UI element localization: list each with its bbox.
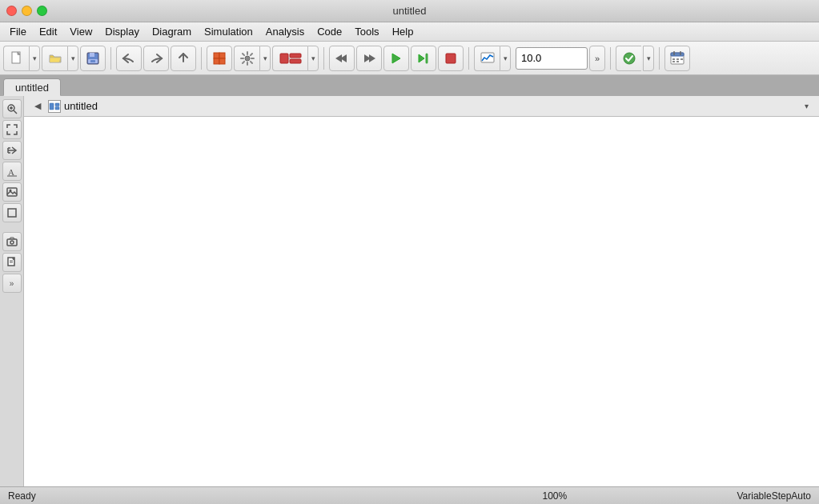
more-tools-button[interactable]: » <box>2 274 22 293</box>
model-settings-dropdown: ▾ <box>272 46 319 71</box>
separator-2 <box>201 47 202 70</box>
canvas-wrapper: ◀ untitled ▾ <box>24 96 819 486</box>
svg-rect-7 <box>214 53 219 58</box>
camera-tool-button[interactable] <box>2 232 22 251</box>
settings-dropdown-arrow[interactable]: ▾ <box>259 46 271 71</box>
svg-rect-4 <box>90 53 94 57</box>
svg-rect-12 <box>280 54 288 63</box>
model-icon <box>48 100 61 113</box>
title-bar: untitled <box>0 0 819 22</box>
status-solver: VariableStepAuto <box>737 490 812 502</box>
tab-untitled[interactable]: untitled <box>3 78 61 96</box>
window-controls <box>6 6 47 16</box>
separator-5 <box>610 47 611 70</box>
model-settings-dropdown-arrow[interactable]: ▾ <box>307 46 319 71</box>
navigate-up-button[interactable] <box>171 46 196 71</box>
stop-button[interactable] <box>438 46 464 71</box>
svg-line-36 <box>14 110 17 114</box>
menu-simulation[interactable]: Simulation <box>198 24 259 39</box>
svg-rect-10 <box>219 58 225 64</box>
fit-tool-button[interactable] <box>2 120 22 139</box>
status-bar: Ready 100% VariableStepAuto <box>0 486 819 504</box>
undo-button[interactable] <box>116 46 142 71</box>
svg-rect-33 <box>672 61 675 62</box>
menu-view[interactable]: View <box>63 24 98 39</box>
open-button[interactable] <box>42 46 67 71</box>
toolbar: ▾ ▾ <box>0 42 819 75</box>
minimize-button[interactable] <box>22 6 32 16</box>
chart-button[interactable] <box>474 46 500 71</box>
menu-help[interactable]: Help <box>386 24 420 39</box>
arrow-tool-button[interactable] <box>2 141 22 160</box>
redo-button[interactable] <box>143 46 169 71</box>
menu-edit[interactable]: Edit <box>33 24 63 39</box>
step-button[interactable] <box>411 46 436 71</box>
rect-tool-button[interactable] <box>2 203 22 222</box>
zoom-tool-button[interactable] <box>2 99 22 118</box>
text-tool-button[interactable]: A <box>2 162 22 181</box>
menu-file[interactable]: File <box>3 24 33 39</box>
svg-point-49 <box>10 241 14 244</box>
svg-rect-8 <box>219 53 225 58</box>
doc-tool-button[interactable] <box>2 253 22 272</box>
separator-6 <box>659 47 660 70</box>
svg-marker-17 <box>335 54 342 62</box>
open-dropdown-arrow[interactable]: ▾ <box>67 46 78 71</box>
svg-rect-56 <box>55 103 59 106</box>
navigate-back-button[interactable]: ◀ <box>30 99 45 114</box>
sim-time-input[interactable]: 10.0 <box>516 47 588 70</box>
left-sidebar: A <box>0 96 24 486</box>
svg-rect-13 <box>290 54 301 58</box>
svg-point-11 <box>245 56 250 61</box>
new-dropdown: ▾ <box>3 46 40 71</box>
settings-dropdown: ▾ <box>234 46 271 71</box>
menu-diagram[interactable]: Diagram <box>146 24 198 39</box>
check-button[interactable] <box>616 46 641 71</box>
svg-marker-19 <box>369 54 375 62</box>
tab-bar: untitled <box>0 75 819 96</box>
close-button[interactable] <box>6 6 17 16</box>
svg-rect-23 <box>446 54 456 63</box>
chart-dropdown-arrow[interactable]: ▾ <box>500 46 511 71</box>
calendar-button[interactable] <box>664 46 690 71</box>
maximize-button[interactable] <box>37 6 47 16</box>
svg-rect-48 <box>7 239 17 246</box>
menu-code[interactable]: Code <box>311 24 348 39</box>
svg-rect-14 <box>290 59 301 63</box>
step-forward-button[interactable] <box>356 46 382 71</box>
model-header: ◀ untitled ▾ <box>24 96 819 117</box>
toolbar-overflow-button[interactable]: » <box>589 46 605 71</box>
chart-dropdown: ▾ <box>474 46 511 71</box>
main-canvas[interactable] <box>24 117 819 486</box>
model-name: untitled <box>64 100 797 112</box>
run-button[interactable] <box>383 46 409 71</box>
image-tool-button[interactable] <box>2 182 22 202</box>
svg-rect-30 <box>672 58 675 60</box>
svg-rect-47 <box>8 209 16 217</box>
settings-button[interactable] <box>234 46 259 71</box>
save-button[interactable] <box>80 46 106 71</box>
svg-rect-55 <box>50 103 54 110</box>
block-library-button[interactable] <box>207 46 232 71</box>
status-ready: Ready <box>8 490 372 502</box>
check-dropdown-arrow[interactable]: ▾ <box>643 46 654 71</box>
svg-marker-21 <box>419 54 424 62</box>
svg-marker-20 <box>392 54 400 63</box>
open-dropdown: ▾ <box>42 46 78 71</box>
svg-rect-6 <box>90 60 95 62</box>
svg-rect-27 <box>671 53 684 56</box>
separator-3 <box>323 47 324 70</box>
menu-tools[interactable]: Tools <box>348 24 385 39</box>
svg-rect-34 <box>676 61 679 62</box>
model-settings-button[interactable] <box>272 46 307 71</box>
new-dropdown-arrow[interactable]: ▾ <box>29 46 40 71</box>
model-dropdown-button[interactable]: ▾ <box>800 99 813 114</box>
content-area: A <box>0 96 819 486</box>
menu-analysis[interactable]: Analysis <box>259 24 311 39</box>
window-title: untitled <box>393 5 427 17</box>
svg-text:A: A <box>8 167 14 177</box>
step-back-button[interactable] <box>329 46 355 71</box>
menu-display[interactable]: Display <box>98 24 146 39</box>
new-button[interactable] <box>3 46 29 71</box>
menu-bar: File Edit View Display Diagram Simulatio… <box>0 22 819 42</box>
